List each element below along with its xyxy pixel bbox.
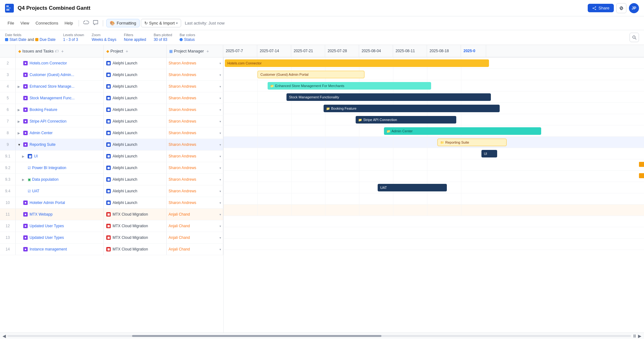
start-date-label[interactable]: Start Date: [9, 37, 26, 42]
task-link[interactable]: Stock Management Func...: [30, 96, 75, 100]
expand-btn[interactable]: ▶: [18, 108, 22, 112]
manager-dropdown[interactable]: ▾: [219, 131, 221, 135]
cloud-icon-btn[interactable]: [82, 19, 90, 27]
manager-dropdown[interactable]: ▾: [219, 213, 221, 216]
gantt-bar-reporting[interactable]: 📁 Reporting Suite: [437, 139, 507, 146]
manager-dropdown[interactable]: ▾: [219, 143, 221, 146]
gantt-bar-enhanced-store[interactable]: 📁 Enhanced Store Management For Merchant…: [268, 82, 431, 90]
filters-value[interactable]: None applied: [124, 37, 146, 42]
expand-btn[interactable]: ▶: [18, 120, 22, 123]
svg-line-10: [635, 38, 636, 40]
table-row: 14 ■ Instance management ▦ MTX Cloud Mig…: [0, 244, 223, 255]
gantt-bar-stock[interactable]: Stock Management Functionality: [286, 93, 491, 101]
row-task: ☑ Power BI Integration: [16, 162, 104, 173]
manager-dropdown[interactable]: ▾: [219, 155, 221, 158]
expand-btn[interactable]: ▶: [18, 131, 22, 135]
manager-dropdown[interactable]: ▾: [219, 201, 221, 205]
scroll-left-btn[interactable]: ◀: [3, 333, 6, 338]
manager-dropdown[interactable]: ▾: [219, 248, 221, 251]
task-link[interactable]: Customer (Guest) Admin...: [30, 73, 74, 77]
task-link[interactable]: UI: [34, 154, 38, 158]
search-button[interactable]: [630, 33, 639, 42]
manager-dropdown[interactable]: ▾: [219, 190, 221, 193]
manager-dropdown[interactable]: ▾: [219, 166, 221, 170]
gantt-bar-ui[interactable]: UI: [481, 150, 497, 157]
task-link[interactable]: Hotelier Admin Portal: [30, 201, 65, 205]
levels-value[interactable]: 1 - 3 of 3: [63, 37, 84, 42]
row-project: ▦ Alelphi Launch: [104, 81, 167, 92]
sync-icon: ↻: [144, 21, 148, 25]
task-type-icon: ☑: [28, 189, 31, 193]
manager-dropdown[interactable]: ▾: [219, 73, 221, 77]
manager-dropdown[interactable]: ▾: [219, 96, 221, 100]
gantt-bar-customer[interactable]: Customer (Guest) Admin Portal: [258, 71, 364, 78]
gantt-bar-stripe[interactable]: 📁 Stripe API Connection: [356, 116, 456, 124]
expand-btn[interactable]: ▶: [18, 85, 22, 88]
activity-text: Last activity: Just now: [185, 21, 225, 25]
gantt-row-9-3: [224, 171, 644, 182]
horizontal-scrollbar[interactable]: [7, 335, 631, 337]
menu-connections[interactable]: Connections: [33, 19, 61, 27]
task-link[interactable]: Reporting Suite: [30, 142, 56, 147]
grid-lines: [224, 193, 644, 204]
task-link[interactable]: Hotels.com Connector: [30, 61, 67, 65]
gantt-bar-hotels[interactable]: Hotels.com Connector: [225, 59, 489, 67]
scrollbar-thumb[interactable]: [132, 335, 382, 337]
task-link[interactable]: UAT: [32, 189, 39, 193]
task-link[interactable]: MTX Webapp: [30, 212, 53, 217]
gantt-bar-uat[interactable]: UAT: [378, 184, 447, 191]
gantt-row-6: 📁 Booking Feature: [224, 103, 644, 114]
manager-dropdown[interactable]: ▾: [219, 120, 221, 123]
comment-icon: [93, 20, 98, 25]
project-icon: ▦: [106, 166, 111, 170]
menu-help[interactable]: Help: [62, 19, 75, 27]
row-num: 8: [0, 127, 16, 139]
manager-add-col[interactable]: +: [206, 49, 209, 54]
task-link[interactable]: Instance management: [30, 247, 67, 251]
formatting-button[interactable]: 🎨 Formatting: [106, 19, 140, 27]
task-type-icon: ■: [23, 119, 28, 124]
sync-import-button[interactable]: ↻ Sync & Import ▾: [141, 19, 181, 27]
manager-name: Anjali Chand: [169, 224, 190, 228]
task-link[interactable]: Updated User Types: [30, 224, 64, 228]
colors-value[interactable]: Status: [184, 37, 195, 42]
task-link[interactable]: Power BI Integration: [32, 166, 66, 170]
gantt-bar-admin[interactable]: 📁 Admin Center: [384, 127, 541, 135]
comment-icon-btn[interactable]: [92, 19, 100, 28]
project-add-col[interactable]: +: [125, 49, 128, 54]
menu-file[interactable]: File: [5, 19, 17, 27]
task-link[interactable]: Booking Feature: [30, 107, 57, 112]
bars-value[interactable]: 30 of 83: [154, 37, 172, 42]
task-link[interactable]: Enhanced Store Manage...: [30, 84, 75, 89]
gantt-bar-booking[interactable]: 📁 Booking Feature: [324, 105, 500, 112]
manager-dropdown[interactable]: ▾: [219, 62, 221, 65]
task-add-col[interactable]: +: [61, 49, 64, 54]
menu-view[interactable]: View: [18, 19, 32, 27]
task-link[interactable]: Admin Center: [30, 131, 53, 135]
row-num: 2: [0, 58, 16, 69]
gantt-row-13: [224, 227, 644, 239]
share-button[interactable]: Share: [588, 4, 614, 12]
col-task-header: ◆ Issues and Tasks 🏷 +: [16, 45, 104, 57]
manager-dropdown[interactable]: ▾: [219, 108, 221, 112]
task-col-icon: ◆: [18, 49, 21, 53]
due-date-label[interactable]: Due Date: [40, 37, 56, 42]
manager-dropdown[interactable]: ▾: [219, 85, 221, 88]
task-link[interactable]: Data population: [32, 177, 58, 182]
link-button[interactable]: [616, 3, 626, 13]
manager-dropdown[interactable]: ▾: [219, 224, 221, 228]
expand-btn[interactable]: ▶: [22, 155, 26, 158]
manager-dropdown[interactable]: ▾: [219, 236, 221, 239]
table-row: 9.1 ▶ ▣ UI ▦ Alelphi Launch Sharon Andre…: [0, 151, 223, 162]
scroll-right-btn[interactable]: ▶: [638, 333, 641, 338]
task-link[interactable]: Updated User Types: [30, 235, 64, 240]
expand-btn[interactable]: ▶: [22, 178, 26, 181]
manager-dropdown[interactable]: ▾: [219, 178, 221, 181]
row-num: 9: [0, 139, 16, 150]
project-icon: ▦: [106, 247, 111, 251]
avatar[interactable]: JP: [629, 3, 639, 13]
expand-btn[interactable]: ▼: [18, 143, 22, 146]
zoom-value[interactable]: Weeks & Days: [92, 37, 116, 42]
scroll-pause-btn[interactable]: ⏸: [632, 333, 637, 338]
task-link[interactable]: Stripe API Connection: [30, 119, 66, 124]
